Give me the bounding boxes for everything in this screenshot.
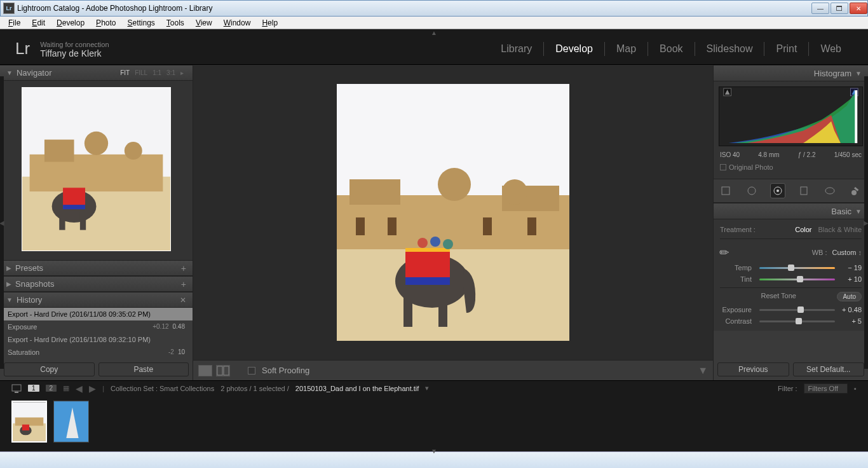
connection-status: Waiting for connection xyxy=(40,40,109,49)
menu-tools[interactable]: Tools xyxy=(161,18,190,27)
forward-arrow-icon[interactable]: ▶ xyxy=(89,383,96,394)
soft-proofing-label: Soft Proofing xyxy=(262,366,309,375)
zoom-fill[interactable]: FILL xyxy=(135,69,147,76)
graduated-filter-tool-icon[interactable] xyxy=(796,183,811,198)
set-default-button[interactable]: Set Default... xyxy=(793,362,865,376)
loupe-view[interactable] xyxy=(193,65,713,360)
redeye-tool-icon[interactable] xyxy=(770,183,785,198)
page-2[interactable]: 2 xyxy=(46,385,57,392)
svg-point-28 xyxy=(417,238,428,248)
menu-view[interactable]: View xyxy=(190,18,218,27)
adjustment-brush-tool-icon[interactable] xyxy=(848,183,864,198)
module-map[interactable]: Map xyxy=(605,43,648,55)
module-print[interactable]: Print xyxy=(764,43,808,55)
back-arrow-icon[interactable]: ◀ xyxy=(76,383,83,394)
svg-rect-32 xyxy=(224,366,229,375)
history-header[interactable]: ▼ History ✕ xyxy=(0,292,193,308)
crop-tool-icon[interactable] xyxy=(718,183,733,198)
radial-filter-tool-icon[interactable] xyxy=(822,183,837,198)
filter-label: Filter : xyxy=(778,385,797,392)
spot-removal-tool-icon[interactable] xyxy=(744,183,759,198)
histogram-box: ISO 40 4.8 mm ƒ / 2.2 1/450 sec Original… xyxy=(714,81,868,179)
zoom-1-1[interactable]: 1:1 xyxy=(153,69,161,76)
toolbar-more-icon[interactable]: ▼ xyxy=(698,365,708,376)
wb-dropdown[interactable]: Custom xyxy=(832,249,862,256)
page-1[interactable]: 1 xyxy=(28,385,39,392)
tint-label: Tint xyxy=(720,275,752,283)
original-photo-toggle[interactable]: Original Photo xyxy=(719,161,863,174)
history-item[interactable]: Export - Hard Drive (2016/11/08 09:32:10… xyxy=(0,333,193,346)
filmstrip-thumb[interactable] xyxy=(11,401,47,443)
copy-button[interactable]: Copy xyxy=(4,362,95,376)
soft-proofing-checkbox[interactable] xyxy=(248,367,255,375)
add-snapshot-icon[interactable]: + xyxy=(181,279,186,289)
navigator-header[interactable]: ▼ Navigator FIT FILL 1:1 3:1 ▸ xyxy=(0,65,193,81)
right-panel-grab[interactable]: ▶ xyxy=(864,76,868,369)
histogram-header[interactable]: Histogram ▼ xyxy=(714,65,868,81)
grid-view-icon[interactable]: ▦ xyxy=(63,384,69,392)
paste-button[interactable]: Paste xyxy=(98,362,189,376)
temp-slider[interactable] xyxy=(759,265,835,271)
histogram-chart[interactable] xyxy=(719,86,863,146)
module-library[interactable]: Library xyxy=(489,43,543,55)
menu-file[interactable]: File xyxy=(3,18,26,27)
exposure-slider[interactable] xyxy=(759,306,835,313)
filename-dropdown-icon[interactable]: ▾ xyxy=(425,384,429,392)
snapshots-header[interactable]: ▶ Snapshots + xyxy=(0,276,193,292)
filmstrip-thumb[interactable] xyxy=(53,401,89,443)
auto-tone-button[interactable]: Auto xyxy=(837,292,862,301)
left-panel-grab[interactable]: ◀ xyxy=(0,76,4,369)
menu-settings[interactable]: Settings xyxy=(121,18,160,27)
menu-photo[interactable]: Photo xyxy=(90,18,121,27)
main-photo xyxy=(337,84,569,341)
previous-button[interactable]: Previous xyxy=(717,362,789,376)
white-balance-dropper-icon[interactable]: ✎ xyxy=(716,244,733,261)
history-item[interactable]: Export - Hard Drive (2016/11/08 09:35:02… xyxy=(0,308,193,320)
secondary-display-icon[interactable] xyxy=(11,384,22,393)
filter-dropdown[interactable]: Filters Off xyxy=(804,383,848,394)
right-panel: Histogram ▼ ISO 40 4.8 mm ƒ / 2.2 1/450 … xyxy=(713,65,868,380)
module-develop[interactable]: Develop xyxy=(544,43,604,55)
basic-panel: Treatment : Color Black & White ✎ WB : C… xyxy=(714,219,868,331)
treatment-bw[interactable]: Black & White xyxy=(818,226,862,233)
meta-aperture: ƒ / 2.2 xyxy=(798,151,816,158)
filmstrip-inforow: 1 2 ▦ ◀ ▶ | Collection Set : Smart Colle… xyxy=(0,380,868,396)
reset-tone-label[interactable]: Reset Tone xyxy=(761,292,796,301)
clear-history-icon[interactable]: ✕ xyxy=(180,296,186,305)
view-mode-loupe[interactable] xyxy=(198,365,212,376)
svg-rect-26 xyxy=(403,294,412,327)
close-button[interactable]: ✕ xyxy=(850,3,867,14)
basic-header[interactable]: Basic ▼ xyxy=(714,203,868,219)
zoom-more-icon[interactable]: ▸ xyxy=(180,69,184,76)
collection-path[interactable]: Collection Set : Smart Collections xyxy=(111,385,214,392)
treatment-color[interactable]: Color xyxy=(795,226,811,233)
history-item[interactable]: Exposure+0.120.48 xyxy=(0,320,193,333)
svg-rect-3 xyxy=(44,139,74,162)
filmstrip[interactable] xyxy=(0,396,868,448)
maximize-button[interactable]: 🗖 xyxy=(831,3,848,14)
menu-develop[interactable]: Develop xyxy=(51,18,90,27)
contrast-slider[interactable] xyxy=(759,318,835,324)
tint-slider[interactable] xyxy=(759,276,835,282)
svg-rect-23 xyxy=(405,248,450,282)
menu-window[interactable]: Window xyxy=(218,18,257,27)
module-web[interactable]: Web xyxy=(809,43,853,55)
chevron-down-icon: ▼ xyxy=(855,208,862,215)
menu-edit[interactable]: Edit xyxy=(26,18,51,27)
chevron-down-icon: ▼ xyxy=(6,296,13,303)
presets-header[interactable]: ▶ Presets + xyxy=(0,260,193,276)
meta-iso: ISO 40 xyxy=(720,151,740,158)
view-mode-before-after[interactable] xyxy=(216,365,230,376)
navigator-preview[interactable] xyxy=(0,81,193,260)
module-book[interactable]: Book xyxy=(648,43,694,55)
menu-help[interactable]: Help xyxy=(256,18,283,27)
filter-lock-icon[interactable]: ▪ xyxy=(854,385,857,392)
history-item[interactable]: Saturation-210 xyxy=(0,346,193,359)
add-preset-icon[interactable]: + xyxy=(181,263,186,273)
svg-rect-48 xyxy=(15,418,44,426)
minimize-button[interactable]: — xyxy=(811,3,829,14)
zoom-3-1[interactable]: 3:1 xyxy=(166,69,175,76)
module-slideshow[interactable]: Slideshow xyxy=(695,43,764,55)
history-list: Export - Hard Drive (2016/11/08 09:35:02… xyxy=(0,308,193,359)
zoom-fit[interactable]: FIT xyxy=(120,69,130,76)
